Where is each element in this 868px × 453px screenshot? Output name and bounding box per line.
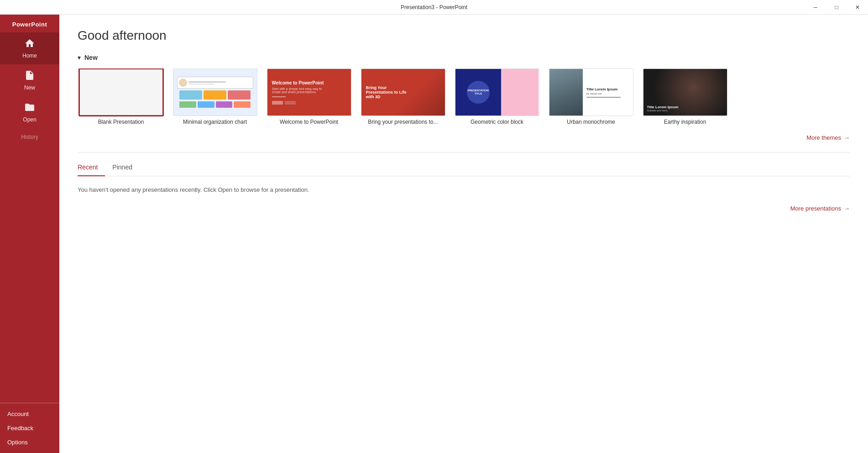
minimize-button[interactable]: ─ xyxy=(805,0,826,15)
sidebar-open-label: Open xyxy=(23,116,36,123)
sidebar-new-label: New xyxy=(24,84,35,91)
title-bar-icons: ? 👤 xyxy=(0,0,4,15)
tab-recent[interactable]: Recent xyxy=(78,160,105,176)
urban-sub: by social me xyxy=(586,92,629,95)
3d-title: Bring Your Presentations to Life with 3D xyxy=(366,85,407,99)
geo-circle: PRESENTATIONTITLE xyxy=(467,81,490,104)
template-welcome[interactable]: Welcome to PowerPoint Start with a simpl… xyxy=(266,68,352,125)
window-title: Presentation3 - PowerPoint xyxy=(401,4,467,11)
more-themes-label: More themes xyxy=(806,134,841,141)
template-3d-thumbnail: Bring Your Presentations to Life with 3D xyxy=(361,68,445,116)
org-header xyxy=(177,77,253,89)
wb1 xyxy=(272,101,283,105)
new-section-collapse[interactable]: ▾ xyxy=(78,54,81,61)
sidebar-item-new[interactable]: New xyxy=(0,64,59,96)
geo-text: PRESENTATIONTITLE xyxy=(468,89,489,95)
sidebar-feedback[interactable]: Feedback xyxy=(0,421,59,435)
sidebar: PowerPoint Home New Open xyxy=(0,15,59,453)
template-blank-label: Blank Presentation xyxy=(98,119,144,125)
template-org-label: Minimal organization chart xyxy=(183,119,247,125)
new-section-header: ▾ New xyxy=(78,54,850,61)
maximize-button[interactable]: □ xyxy=(826,0,847,15)
org-content xyxy=(173,69,257,116)
sidebar-account[interactable]: Account xyxy=(0,407,59,421)
earthy-title: Title Lorem Ipsum xyxy=(647,105,723,109)
sidebar-home-label: Home xyxy=(22,53,37,59)
section-divider xyxy=(78,152,850,153)
app-logo: PowerPoint xyxy=(0,15,59,32)
template-urban[interactable]: Title Lorem Ipsum by social me Urban mon… xyxy=(548,68,634,125)
app-body: PowerPoint Home New Open xyxy=(0,15,868,453)
new-section-title: New xyxy=(84,54,98,61)
template-grid: Blank Presentation xyxy=(78,68,850,125)
geo-right xyxy=(501,69,539,116)
geo-left: PRESENTATIONTITLE xyxy=(455,69,502,116)
greeting: Good afternoon xyxy=(78,28,850,43)
welcome-sub2: create and share presentations. xyxy=(272,90,346,94)
welcome-title: Welcome to PowerPoint xyxy=(272,80,346,85)
template-welcome-label: Welcome to PowerPoint xyxy=(280,119,338,125)
wb2 xyxy=(285,101,296,105)
welcome-buttons xyxy=(272,101,346,105)
template-blank[interactable]: Blank Presentation xyxy=(78,68,164,125)
urban-left xyxy=(549,69,583,116)
tabs: Recent Pinned xyxy=(78,160,850,176)
template-org-thumbnail xyxy=(173,68,257,116)
template-blank-thumbnail xyxy=(79,68,163,116)
template-3d-label: Bring your presentations to... xyxy=(368,119,438,125)
template-earthy-thumbnail: Title Lorem Ipsum Subtitle text here xyxy=(643,68,727,116)
org-block-2 xyxy=(204,90,226,100)
org-block-3 xyxy=(228,90,251,100)
sidebar-history-label: History xyxy=(21,134,38,140)
welcome-sub: Start with a simple and easy way to xyxy=(272,87,346,90)
sidebar-item-history: History xyxy=(0,128,59,146)
org-line1 xyxy=(188,81,226,83)
more-presentations-label: More presentations xyxy=(790,205,841,212)
sidebar-item-home[interactable]: Home xyxy=(0,32,59,64)
empty-state-text: You haven't opened any presentations rec… xyxy=(78,182,850,198)
template-geo-label: Geometric color block xyxy=(471,119,523,125)
tab-pinned-label: Pinned xyxy=(112,163,132,171)
close-button[interactable]: ✕ xyxy=(847,0,868,15)
org-grid xyxy=(177,90,253,100)
more-presentations-link[interactable]: More presentations → xyxy=(78,198,850,212)
org-block-7 xyxy=(234,101,251,108)
org-block-4 xyxy=(179,101,196,108)
template-urban-thumbnail: Title Lorem Ipsum by social me xyxy=(549,68,633,116)
template-welcome-thumbnail: Welcome to PowerPoint Start with a simpl… xyxy=(267,68,351,116)
main-content: Good afternoon ▾ New Blank Presentation xyxy=(59,15,868,453)
sidebar-nav: Home New Open History xyxy=(0,32,59,403)
org-block-5 xyxy=(198,101,214,108)
welcome-bar xyxy=(272,96,286,97)
template-org-chart[interactable]: Minimal organization chart xyxy=(172,68,258,125)
urban-title: Title Lorem Ipsum xyxy=(586,87,629,91)
template-geometric[interactable]: PRESENTATIONTITLE Geometric color block xyxy=(454,68,540,125)
home-icon xyxy=(24,38,35,51)
sidebar-options[interactable]: Options xyxy=(0,435,59,449)
tab-pinned[interactable]: Pinned xyxy=(112,160,140,176)
more-themes-arrow: → xyxy=(844,134,850,141)
blank-thumb-bg xyxy=(80,69,162,115)
org-line2 xyxy=(188,84,214,84)
sidebar-item-open[interactable]: Open xyxy=(0,96,59,128)
template-geo-thumbnail: PRESENTATIONTITLE xyxy=(455,68,539,116)
new-icon xyxy=(24,70,35,83)
template-3d[interactable]: Bring Your Presentations to Life with 3D… xyxy=(360,68,446,125)
sidebar-bottom: Account Feedback Options xyxy=(0,403,59,453)
template-urban-label: Urban monochrome xyxy=(567,119,615,125)
template-earthy-label: Earthy inspiration xyxy=(664,119,706,125)
geo-thumb-bg: PRESENTATIONTITLE xyxy=(455,69,539,116)
org-block-6 xyxy=(216,101,233,108)
template-earthy[interactable]: Title Lorem Ipsum Subtitle text here Ear… xyxy=(642,68,728,125)
urban-divider xyxy=(586,97,621,98)
more-themes-link[interactable]: More themes → xyxy=(78,131,850,148)
more-presentations-arrow: → xyxy=(844,205,850,212)
window-controls: ─ □ ✕ xyxy=(805,0,868,15)
urban-right: Title Lorem Ipsum by social me xyxy=(583,69,633,116)
org-grid-2 xyxy=(177,101,253,108)
org-avatar xyxy=(179,79,187,87)
earthy-thumb-bg: Title Lorem Ipsum Subtitle text here xyxy=(643,69,727,116)
org-header-lines xyxy=(188,81,251,84)
3d-thumb-bg: Bring Your Presentations to Life with 3D xyxy=(361,69,445,116)
urban-thumb-bg: Title Lorem Ipsum by social me xyxy=(549,69,633,116)
